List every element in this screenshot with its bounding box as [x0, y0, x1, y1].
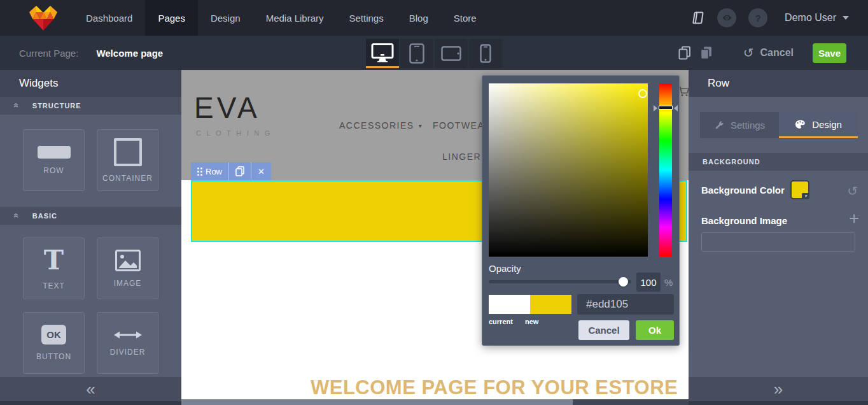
row-drag-handle[interactable]: Row — [191, 162, 228, 180]
widget-text[interactable]: T TEXT — [23, 238, 85, 299]
close-icon: ✕ — [258, 167, 265, 176]
gem-heart-logo-icon — [29, 5, 58, 31]
reset-color-icon[interactable]: ↺ — [847, 183, 858, 199]
site-logo: EVA — [194, 93, 260, 122]
nav-blog[interactable]: Blog — [396, 0, 441, 36]
mobile-icon — [480, 44, 491, 63]
nav-media-library[interactable]: Media Library — [253, 0, 337, 36]
picker-ok-button[interactable]: Ok — [636, 320, 674, 340]
current-color-swatch — [489, 295, 530, 314]
row-delete-button[interactable]: ✕ — [251, 162, 271, 180]
site-nav-caret-icon: ▾ — [419, 122, 423, 129]
picker-cancel-button[interactable]: Cancel — [578, 320, 629, 340]
nav-design[interactable]: Design — [198, 0, 253, 36]
drag-handle-icon — [197, 167, 199, 169]
nav-settings[interactable]: Settings — [337, 0, 396, 36]
new-color-label: new — [525, 318, 538, 325]
current-color-label: current — [489, 318, 513, 325]
current-page-group: Current Page: Welcome page — [19, 36, 163, 70]
inspector-panel: Row Settings Desi — [689, 70, 868, 405]
row-widget-icon — [38, 146, 71, 159]
widgets-panel: Widgets « STRUCTURE ROW CONTAINER « BASI… — [0, 70, 181, 405]
welcome-heading: WELCOME PAGE FOR YOUR ESTORE — [311, 376, 678, 399]
toolbar-right-cluster: ↺ Cancel Save — [678, 36, 846, 70]
percent-sign: % — [664, 277, 673, 288]
new-color-swatch — [530, 295, 571, 314]
background-color-swatch[interactable]: ▾ — [790, 180, 809, 199]
docs-book-icon[interactable] — [691, 11, 705, 25]
widget-image[interactable]: IMAGE — [97, 238, 158, 299]
section-basic-header[interactable]: « BASIC — [0, 207, 181, 225]
widget-divider[interactable]: DIVIDER — [97, 312, 158, 374]
nav-store[interactable]: Store — [441, 0, 489, 36]
background-image-input[interactable] — [701, 232, 855, 252]
app-logo-icon[interactable] — [29, 5, 58, 31]
opacity-value-input[interactable] — [636, 273, 661, 292]
image-widget-icon — [115, 250, 141, 271]
container-widget-icon — [114, 138, 142, 166]
help-icon[interactable]: ? — [748, 8, 767, 27]
app-root: Dashboard Pages Design Media Library Set… — [0, 0, 868, 405]
collapse-section-icon: « — [11, 103, 22, 109]
main-nav: Dashboard Pages Design Media Library Set… — [73, 0, 489, 36]
inspector-tabs: Settings Design — [700, 112, 858, 138]
top-navbar: Dashboard Pages Design Media Library Set… — [0, 0, 868, 36]
paste-page-icon[interactable] — [700, 46, 713, 60]
user-menu[interactable]: Demo User — [785, 12, 849, 24]
color-compare-swatches — [489, 295, 571, 314]
widget-button-label: BUTTON — [36, 352, 71, 361]
hex-color-input[interactable] — [577, 294, 674, 315]
scrollbar-thumb[interactable] — [181, 399, 573, 405]
site-nav-accessories[interactable]: ACCESSORIES ▾ — [339, 120, 423, 131]
collapse-section-icon: « — [11, 213, 22, 219]
inspector-title: Row — [689, 70, 868, 97]
copy-page-icon[interactable] — [678, 46, 691, 60]
device-tablet-portrait-button[interactable] — [400, 39, 433, 68]
color-picker-popup: Opacity % current new Cancel Ok — [482, 75, 680, 346]
tablet-landscape-icon — [441, 46, 461, 61]
current-page-name[interactable]: Welcome page — [96, 48, 163, 59]
opacity-label: Opacity — [489, 263, 521, 274]
add-background-image-icon[interactable]: + — [849, 210, 859, 227]
device-mobile-button[interactable] — [469, 39, 502, 68]
row-duplicate-button[interactable] — [228, 162, 251, 180]
device-tablet-landscape-button[interactable] — [435, 39, 468, 68]
site-logo-subtitle: CLOTHING — [196, 129, 276, 137]
section-background-title: BACKGROUND — [703, 158, 760, 166]
nav-dashboard[interactable]: Dashboard — [73, 0, 145, 36]
widget-container[interactable]: CONTAINER — [97, 129, 158, 191]
preview-eye-icon[interactable] — [717, 8, 736, 27]
collapse-left-icon: « — [86, 380, 95, 399]
expand-right-icon: » — [774, 380, 783, 399]
palette-icon — [795, 120, 806, 129]
save-button[interactable]: Save — [813, 43, 846, 63]
hue-slider[interactable] — [659, 83, 672, 257]
device-preview-group — [366, 39, 502, 68]
button-widget-icon: OK — [41, 325, 66, 345]
widget-button[interactable]: OK BUTTON — [23, 312, 85, 374]
tab-settings[interactable]: Settings — [700, 112, 779, 138]
device-desktop-button[interactable] — [366, 39, 399, 68]
section-structure-header[interactable]: « STRUCTURE — [0, 97, 181, 115]
widget-row[interactable]: ROW — [23, 129, 85, 191]
widget-divider-label: DIVIDER — [110, 348, 146, 357]
section-background-header: BACKGROUND — [689, 153, 868, 171]
opacity-slider-thumb[interactable] — [619, 277, 628, 287]
hue-arrow-right-icon — [674, 105, 678, 111]
canvas-horizontal-scrollbar[interactable] — [181, 399, 689, 405]
hue-slider-marker[interactable] — [659, 106, 673, 110]
desktop-icon — [371, 43, 394, 62]
tablet-portrait-icon — [409, 43, 424, 64]
cancel-button[interactable]: ↺ Cancel — [743, 46, 794, 59]
widget-row-label: ROW — [43, 166, 64, 175]
nav-pages[interactable]: Pages — [145, 0, 198, 36]
collapse-left-panel-button[interactable]: « — [0, 377, 181, 401]
tab-design[interactable]: Design — [779, 112, 858, 138]
saturation-cursor[interactable] — [638, 89, 647, 98]
saturation-value-area[interactable] — [489, 83, 648, 257]
opacity-slider[interactable] — [489, 280, 631, 283]
widgets-panel-title: Widgets — [0, 70, 181, 97]
widget-container-label: CONTAINER — [102, 174, 153, 183]
wrench-icon — [714, 120, 724, 131]
collapse-right-panel-button[interactable]: » — [689, 377, 868, 401]
